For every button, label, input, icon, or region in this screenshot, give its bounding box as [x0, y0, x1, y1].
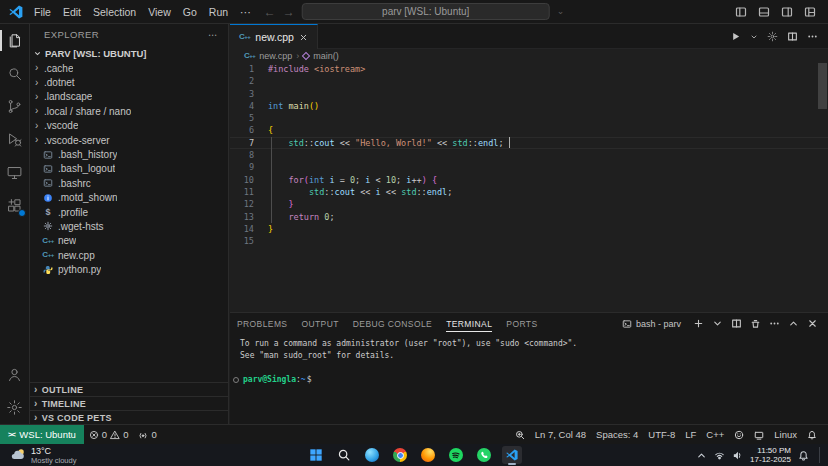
tray-chevron-up-icon[interactable] [696, 450, 707, 461]
terminal-ellipsis-icon[interactable] [769, 318, 780, 329]
tab-new-cpp[interactable]: C++ new.cpp [230, 24, 318, 49]
panel-tab-output[interactable]: OUTPUT [294, 313, 345, 334]
terminal-instance[interactable]: bash - parv [622, 319, 681, 329]
status-bell-icon[interactable] [802, 430, 822, 440]
code-line-14[interactable]: 14} [230, 223, 828, 235]
notification-bell-icon[interactable] [798, 450, 809, 461]
problems-indicator[interactable]: 0 0 [84, 425, 134, 444]
tree-item-new-cpp[interactable]: C++new.cpp [30, 248, 228, 262]
run-icon[interactable] [730, 31, 741, 42]
command-center-search[interactable]: parv [WSL: Ubuntu] [302, 3, 550, 20]
close-tab-icon[interactable] [299, 33, 308, 42]
taskbar-app-start[interactable] [306, 446, 326, 464]
terminal-chevron-up-icon[interactable] [788, 318, 799, 329]
customize-layout-icon[interactable] [804, 6, 816, 18]
code-line-3[interactable]: 3 [230, 88, 828, 100]
terminal-plus-icon[interactable] [693, 318, 704, 329]
tree-item-bash-history[interactable]: .bash_history [30, 147, 228, 161]
code-line-7[interactable]: 7 std::cout << "Hello, World!" << std::e… [230, 137, 828, 149]
code-line-5[interactable]: 5 [230, 112, 828, 124]
terminal-split-icon[interactable] [731, 318, 742, 329]
code-line-9[interactable]: 9 [230, 161, 828, 173]
code-area[interactable]: 1#include <iostream>234int main()56{7 st… [230, 63, 828, 312]
back-button[interactable]: ← [264, 6, 276, 18]
activity-source-control[interactable] [0, 90, 30, 123]
terminal-chevron-down-icon[interactable] [712, 318, 723, 329]
section-vs-code-pets[interactable]: ›VS CODE PETS [30, 410, 228, 424]
code-line-2[interactable]: 2 [230, 75, 828, 87]
panel-tab-terminal[interactable]: TERMINAL [439, 313, 499, 334]
panel-tab-problems[interactable]: PROBLEMS [230, 313, 294, 334]
editor-scrollbar[interactable] [818, 63, 827, 109]
code-line-10[interactable]: 10 for(int i = 0; i < 10; i++) { [230, 174, 828, 186]
tree-item-motd-shown[interactable]: .motd_shown [30, 191, 228, 205]
menu-go[interactable]: Go [177, 0, 203, 24]
layout-panel-icon[interactable] [758, 6, 770, 18]
tray-volume-icon[interactable] [732, 450, 743, 461]
taskbar-clock[interactable]: 11:50 PM 17-12-2025 [750, 446, 791, 464]
weather-widget[interactable]: 13°C Mostly cloudy [0, 446, 76, 465]
code-line-6[interactable]: 6{ [230, 124, 828, 136]
chevron-down-icon[interactable]: ⌄ [557, 7, 565, 16]
tray-wifi-icon[interactable] [714, 450, 725, 461]
menu-file[interactable]: File [28, 0, 57, 24]
status-linux[interactable]: Linux [769, 429, 802, 440]
taskbar-app-search[interactable] [334, 446, 354, 464]
code-line-15[interactable]: 15 [230, 235, 828, 247]
panel-tab-debug-console[interactable]: DEBUG CONSOLE [346, 313, 439, 334]
status-ln-7-col-48[interactable]: Ln 7, Col 48 [530, 429, 591, 440]
section-timeline[interactable]: ›TIMELINE [30, 396, 228, 410]
tree-item-vscode[interactable]: ›.vscode [30, 119, 228, 133]
menu-run[interactable]: Run [203, 0, 234, 24]
tree-item-dotnet[interactable]: ›.dotnet [30, 75, 228, 89]
code-line-8[interactable]: 8 [230, 149, 828, 161]
activity-settings[interactable] [0, 391, 30, 424]
code-line-11[interactable]: 11 std::cout << i << std::endl; [230, 186, 828, 198]
code-line-4[interactable]: 4int main() [230, 100, 828, 112]
activity-search[interactable] [0, 57, 30, 90]
status-spaces-4[interactable]: Spaces: 4 [591, 429, 643, 440]
taskbar-app-edge[interactable] [362, 446, 382, 464]
terminal-close-icon[interactable] [807, 318, 818, 329]
code-line-1[interactable]: 1#include <iostream> [230, 63, 828, 75]
status-zoom-icon[interactable] [510, 430, 530, 440]
ports-indicator[interactable]: 0 [133, 425, 161, 444]
tree-item-landscape[interactable]: ›.landscape [30, 90, 228, 104]
taskbar-app-vscode[interactable] [502, 446, 522, 464]
menu-view[interactable]: View [142, 0, 177, 24]
menu-more[interactable]: ⋯ [234, 0, 257, 24]
split-icon[interactable] [787, 31, 798, 42]
section-outline[interactable]: ›OUTLINE [30, 382, 228, 396]
breadcrumb-symbol[interactable]: main() [313, 51, 339, 61]
terminal[interactable]: To run a command as administrator (user … [230, 334, 828, 424]
status-smiley-icon[interactable] [729, 430, 749, 440]
status-cast-icon[interactable] [749, 430, 769, 440]
activity-accounts[interactable] [0, 358, 30, 391]
tree-item-python-py[interactable]: python.py [30, 262, 228, 276]
tree-item-new[interactable]: C++new [30, 234, 228, 248]
menu-selection[interactable]: Selection [87, 0, 142, 24]
terminal-trash-icon[interactable] [750, 318, 761, 329]
command-decoration-icon[interactable] [233, 377, 239, 383]
status-utf-8[interactable]: UTF-8 [643, 429, 680, 440]
remote-indicator[interactable]: >< WSL: Ubuntu [0, 425, 84, 444]
forward-button[interactable]: → [283, 6, 295, 18]
layout-sidebar-left-icon[interactable] [735, 6, 747, 18]
tree-item-wget-hsts[interactable]: .wget-hsts [30, 219, 228, 233]
explorer-more-actions-icon[interactable]: ⋯ [208, 29, 218, 40]
tree-item-bashrc[interactable]: .bashrc [30, 176, 228, 190]
gear-icon[interactable] [767, 31, 778, 42]
panel-tab-ports[interactable]: PORTS [499, 313, 544, 334]
activity-run-debug[interactable] [0, 123, 30, 156]
tree-item-profile[interactable]: $.profile [30, 205, 228, 219]
activity-extensions[interactable] [0, 189, 30, 222]
tree-item-cache[interactable]: ›.cache [30, 61, 228, 75]
taskbar-app-firefox[interactable] [418, 446, 438, 464]
tree-item-bash-logout[interactable]: .bash_logout [30, 162, 228, 176]
layout-sidebar-right-icon[interactable] [781, 6, 793, 18]
breadcrumb-file[interactable]: new.cpp [259, 51, 292, 61]
activity-explorer[interactable] [0, 24, 30, 57]
taskbar-app-whatsapp[interactable] [474, 446, 494, 464]
status-lf[interactable]: LF [680, 429, 701, 440]
status-c[interactable]: C++ [701, 429, 729, 440]
